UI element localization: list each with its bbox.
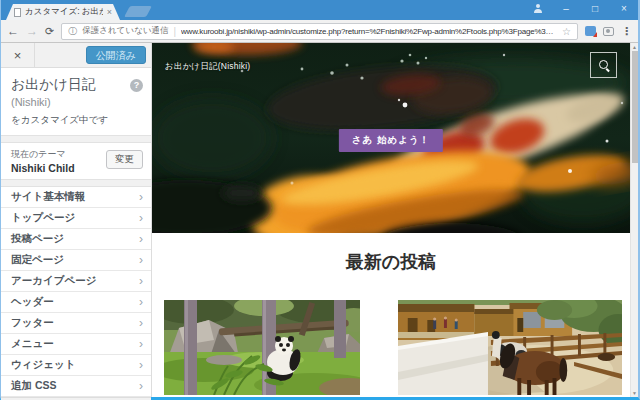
menu-label: フッター <box>11 316 54 330</box>
back-icon[interactable]: ← <box>7 25 19 37</box>
chevron-right-icon: › <box>139 191 143 203</box>
post-image-panda[interactable] <box>164 300 360 395</box>
browser-toolbar: ← → ⟳ ⓘ 保護されていない通信 | www.kuroobi.jp/nish… <box>1 20 638 43</box>
browser-window: カスタマイズ: お出かけ日記 × – □ × ← → ⟳ ⓘ 保護されていない通… <box>0 0 640 400</box>
sidebar-item-additional-css[interactable]: 追加 CSS › <box>1 376 151 397</box>
menu-label: サイト基本情報 <box>11 190 85 204</box>
search-button[interactable] <box>590 52 617 78</box>
site-info-icon[interactable]: ⓘ <box>68 25 77 38</box>
sidebar-item-archive-page[interactable]: アーカイブページ › <box>1 271 151 292</box>
sidebar-item-top-page[interactable]: トップページ › <box>1 208 151 229</box>
tab-title: カスタマイズ: お出かけ日記 <box>25 6 103 18</box>
cta-start-button[interactable]: さあ 始めよう！ <box>339 129 443 152</box>
preview-scrollbar[interactable]: ▲ ▼ <box>630 43 638 397</box>
minimize-button[interactable]: – <box>560 2 572 16</box>
menu-label: ウィジェット <box>11 358 75 372</box>
sidebar-item-footer[interactable]: フッター › <box>1 313 151 334</box>
scroll-up-icon[interactable]: ▲ <box>631 43 638 51</box>
help-icon[interactable]: ? <box>130 79 143 92</box>
chevron-right-icon: › <box>139 359 143 371</box>
main-area: × 公開済み お出かけ日記 (Nishiki) ? をカスタマイズ中です 現在の… <box>1 43 638 397</box>
customizer-sidebar: × 公開済み お出かけ日記 (Nishiki) ? をカスタマイズ中です 現在の… <box>1 43 152 397</box>
reload-icon[interactable]: ⟳ <box>45 26 54 37</box>
menu-label: ヘッダー <box>11 295 54 309</box>
browser-menu-icon[interactable]: ⋮ <box>621 25 632 38</box>
sidebar-item-menu[interactable]: メニュー › <box>1 334 151 355</box>
profile-icon[interactable] <box>533 4 543 14</box>
chevron-right-icon: › <box>139 380 143 392</box>
page-favicon-icon <box>14 8 21 17</box>
customizer-header: × 公開済み <box>1 43 151 68</box>
chevron-right-icon: › <box>139 212 143 224</box>
customizer-menu: サイト基本情報 › トップページ › 投稿ページ › 固定ページ › アーカイブ… <box>1 186 151 397</box>
extension-icon[interactable] <box>585 26 596 36</box>
customizer-close-icon[interactable]: × <box>1 43 35 67</box>
current-theme-section: 現在のテーマ Nishiki Child 変更 <box>1 142 151 180</box>
menu-label: アーカイブページ <box>11 274 96 288</box>
menu-label: メニュー <box>11 337 54 351</box>
address-bar[interactable]: ⓘ 保護されていない通信 | www.kuroobi.jp/nishiki/wp… <box>61 23 578 40</box>
customizer-site-title: お出かけ日記 (Nishiki) <box>11 76 125 110</box>
customizer-info: お出かけ日記 (Nishiki) ? をカスタマイズ中です <box>1 68 151 136</box>
chevron-right-icon: › <box>139 296 143 308</box>
close-button[interactable]: × <box>618 2 630 16</box>
site-title-suffix: (Nishiki) <box>11 96 51 108</box>
security-label[interactable]: 保護されていない通信 <box>82 25 168 37</box>
menu-label: 追加 CSS <box>11 379 57 393</box>
sidebar-item-widget[interactable]: ウィジェット › <box>1 355 151 376</box>
preview-site-name[interactable]: お出かけ日記(Nishiki) <box>165 61 250 73</box>
browser-tab[interactable]: カスタマイズ: お出かけ日記 × <box>6 4 120 20</box>
forward-icon: → <box>26 25 38 37</box>
chevron-right-icon: › <box>139 233 143 245</box>
customizer-subtitle: をカスタマイズ中です <box>11 114 125 127</box>
menu-label: 固定ページ <box>11 253 64 267</box>
window-controls: – □ × <box>533 2 630 16</box>
customizer-footer: ◀ コントロールを非表示 <box>1 397 151 400</box>
post-thumbnails-row <box>152 300 630 395</box>
latest-posts-heading: 最新の投稿 <box>152 250 630 274</box>
omnibox-separator: | <box>173 26 176 37</box>
post-image-ponies[interactable] <box>398 300 622 395</box>
scrollbar-thumb[interactable] <box>632 51 638 163</box>
bookmark-star-icon[interactable]: ☆ <box>562 26 571 37</box>
url-text[interactable]: www.kuroobi.jp/nishiki/wp-admin/customiz… <box>181 27 557 36</box>
hero-section: お出かけ日記(Nishiki) さあ 始めよう！ <box>152 43 630 233</box>
change-theme-button[interactable]: 変更 <box>106 150 143 169</box>
preview-content: お出かけ日記(Nishiki) さあ 始めよう！ 最新の投稿 <box>152 43 630 397</box>
search-icon <box>598 59 610 71</box>
chevron-right-icon: › <box>139 317 143 329</box>
publish-button[interactable]: 公開済み <box>86 46 146 64</box>
new-tab-button[interactable] <box>124 6 152 17</box>
sidebar-item-fixed-page[interactable]: 固定ページ › <box>1 250 151 271</box>
chevron-right-icon: › <box>139 254 143 266</box>
menu-label: 投稿ページ <box>11 232 64 246</box>
tab-close-icon[interactable]: × <box>107 8 112 17</box>
tab-strip: カスタマイズ: お出かけ日記 × – □ × <box>1 0 638 20</box>
chevron-right-icon: › <box>139 338 143 350</box>
site-preview: お出かけ日記(Nishiki) さあ 始めよう！ 最新の投稿 <box>152 43 638 397</box>
scroll-down-icon[interactable]: ▼ <box>631 389 638 397</box>
maximize-button[interactable]: □ <box>589 2 601 16</box>
camera-extension-icon[interactable] <box>603 27 614 36</box>
site-title-text: お出かけ日記 <box>11 76 96 92</box>
menu-label: トップページ <box>11 211 75 225</box>
chevron-right-icon: › <box>139 275 143 287</box>
sidebar-item-header[interactable]: ヘッダー › <box>1 292 151 313</box>
sidebar-item-site-identity[interactable]: サイト基本情報 › <box>1 187 151 208</box>
sidebar-item-post-page[interactable]: 投稿ページ › <box>1 229 151 250</box>
